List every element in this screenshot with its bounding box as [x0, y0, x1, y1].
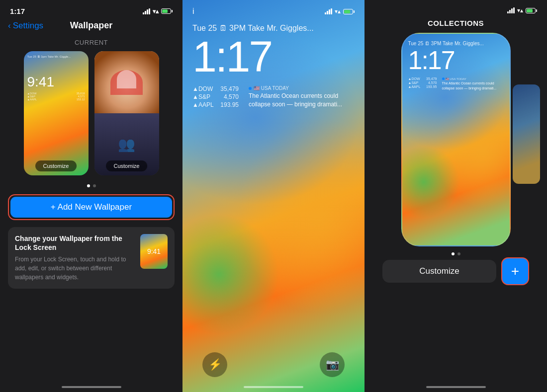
info-text-content: Change your Wallpaper from the Lock Scre… [15, 234, 134, 282]
home-indicator-p1 [62, 386, 121, 388]
flashlight-button[interactable]: ⚡ [202, 352, 227, 377]
signal-icon-p2 [325, 8, 332, 14]
status-bar-panel2: i ▾▴ [182, 0, 365, 19]
lock-date-notification: Tue 25 🗓 3PM Take Mr. Giggles... [182, 19, 365, 33]
camera-button[interactable]: 📷 [320, 352, 345, 377]
wifi-icon-p2: ▾▴ [335, 8, 341, 15]
home-indicator-p2 [244, 386, 303, 388]
camera-icon: 📷 [326, 358, 339, 371]
col-dot-active [452, 252, 455, 255]
back-label[interactable]: Settings [13, 21, 43, 31]
collections-title: COLLECTIONS [428, 19, 484, 27]
col-stock-dow: ▲DOW 35,479 [408, 77, 437, 80]
status-icons-p2: ▾▴ [325, 8, 355, 15]
col-news-text: The Atlantic Ocean currents could collap… [442, 81, 504, 91]
col-widgets: ▲DOW 35,479 ▲S&P 4,570 ▲AAPL 193.95 [408, 77, 504, 91]
col-news-widget: 🇺🇸 USA TODAY The Atlantic Ocean currents… [442, 77, 504, 91]
flashlight-icon: ⚡ [208, 358, 222, 371]
status-icons-p1: ▾▴ [143, 8, 173, 15]
battery-icon-p3 [526, 8, 537, 13]
dot-active [87, 184, 90, 187]
thumb-time-left: 9:41 [27, 74, 85, 90]
status-icons-p3: ▾▴ [507, 7, 537, 14]
page-title: Wallpaper [70, 20, 112, 31]
info-thumb-preview: 9:41 [140, 234, 168, 269]
news-widget: 🇺🇸 USA TODAY The Atlantic Ocean currents… [249, 85, 355, 109]
battery-icon [161, 8, 173, 14]
signal-icon [143, 8, 150, 14]
add-wallpaper-container: + Add New Wallpaper [8, 194, 175, 220]
lock-widgets: ▲DOW 35,479 ▲S&P 4,570 ▲AAPL 193.95 🇺🇸 U… [182, 78, 365, 109]
collections-content: Tue 25 🗓 3PM Take Mr. Giggles... 1:17 ▲D… [365, 33, 547, 392]
lock-big-time: 1:17 [192, 35, 355, 78]
thumb-date: Tue 25 🗓 3pm Take Mr. Giggle... [27, 55, 85, 58]
current-section-label: CURRENT [0, 39, 182, 46]
home-indicator-p3 [426, 386, 486, 388]
info-title: Change your Wallpaper from the Lock Scre… [15, 234, 134, 252]
status-bar-panel3: ▾▴ [365, 0, 547, 17]
wifi-icon-p3: ▾▴ [517, 7, 523, 14]
customize-button-col[interactable]: Customize [382, 260, 496, 283]
wallpaper-left-content: Tue 25 🗓 3pm Take Mr. Giggle... 9:41 ▲DO… [24, 51, 89, 175]
col-stock-widget: ▲DOW 35,479 ▲S&P 4,570 ▲AAPL 193.95 [408, 77, 437, 91]
col-news-source: 🇺🇸 USA TODAY [442, 77, 504, 80]
lock-bottom-bar: ⚡ 📷 [182, 352, 365, 377]
col-stock-aapl: ▲AAPL 193.95 [408, 85, 437, 88]
dots-indicator [0, 184, 182, 187]
stock-row-aapl: ▲AAPL 193.95 [192, 101, 239, 108]
news-text: The Atlantic Ocean currents could collap… [249, 92, 355, 109]
col-phone-content: Tue 25 🗓 3PM Take Mr. Giggles... 1:17 ▲D… [402, 34, 510, 96]
photo-top [94, 51, 159, 113]
wallpaper-thumb-left[interactable]: Tue 25 🗓 3pm Take Mr. Giggle... 9:41 ▲DO… [24, 51, 89, 175]
news-source: 🇺🇸 USA TODAY [249, 85, 355, 91]
info-thumb-time: 9:41 [147, 247, 161, 255]
photo-wallpaper-inner: 👥 [94, 51, 159, 175]
side-thumb-inner [513, 84, 540, 184]
back-button[interactable]: ‹ Settings [8, 21, 43, 31]
panel-settings-wallpaper: 1:17 ▾▴ ‹ Settings Wallpaper CURRENT [0, 0, 182, 392]
collections-title-bar: COLLECTIONS [365, 17, 547, 33]
wallpaper-preview-area: Tue 25 🗓 3pm Take Mr. Giggle... 9:41 ▲DO… [0, 51, 182, 175]
chevron-left-icon: ‹ [8, 21, 11, 31]
col-big-time: 1:17 [408, 47, 504, 73]
collection-phone-preview[interactable]: Tue 25 🗓 3PM Take Mr. Giggles... 1:17 ▲D… [401, 33, 511, 246]
status-left-p2: i [192, 7, 194, 16]
battery-icon-p2 [343, 9, 355, 14]
customize-button-right[interactable]: Customize [106, 160, 148, 171]
col-dot-inactive [457, 252, 460, 255]
lock-widget-row: ▲DOW 35,479 ▲S&P 4,570 ▲AAPL 193.95 🇺🇸 U… [192, 85, 355, 109]
thumb-stocks-left: ▲DOW35,818 ▲S&P4,571 ▲AAPL153.12 [27, 92, 85, 101]
stock-row-sp: ▲S&P 4,570 [192, 93, 239, 100]
stock-widget: ▲DOW 35,479 ▲S&P 4,570 ▲AAPL 193.95 [192, 85, 239, 109]
col-stock-sp: ▲S&P 4,570 [408, 81, 437, 84]
status-bar-panel1: 1:17 ▾▴ [0, 0, 182, 18]
panel-lockscreen-full: i ▾▴ Tue 25 🗓 3PM Take Mr. Giggles... 1:… [182, 0, 365, 392]
dot-inactive [93, 184, 96, 187]
lock-time-container: 1:17 [182, 35, 365, 78]
signal-icon-p3 [507, 7, 515, 13]
wallpaper-thumb-right[interactable]: 👥 Customize [94, 51, 159, 175]
stock-row-dow: ▲DOW 35,479 [192, 85, 239, 92]
info-body: From your Lock Screen, touch and hold to… [15, 255, 134, 282]
side-thumb [513, 84, 540, 184]
panel-collections: ▾▴ COLLECTIONS Tue 25 🗓 3PM Take Mr. Gig… [365, 0, 547, 392]
add-new-wallpaper-button[interactable]: + Add New Wallpaper [10, 197, 172, 218]
wifi-icon: ▾▴ [153, 8, 159, 15]
info-card: Change your Wallpaper from the Lock Scre… [8, 227, 175, 289]
customize-button-left[interactable]: Customize [35, 160, 77, 171]
nav-bar-p1: ‹ Settings Wallpaper [0, 18, 182, 35]
col-dots-indicator [452, 252, 460, 255]
status-time-p1: 1:17 [10, 7, 25, 15]
col-bottom-bar: Customize + [374, 257, 537, 285]
add-wallpaper-plus-button[interactable]: + [501, 257, 529, 285]
